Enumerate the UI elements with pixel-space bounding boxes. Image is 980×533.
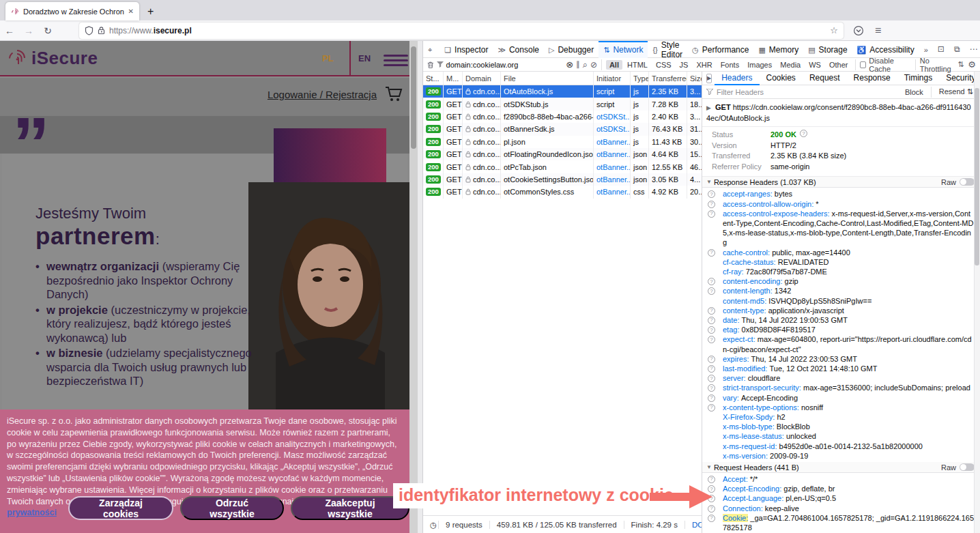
- table-row[interactable]: 200GETcdn.co...otCookieSettingsButton.js…: [423, 173, 702, 186]
- column-header-st[interactable]: St...: [423, 72, 444, 85]
- header-help-icon[interactable]: ?: [708, 404, 715, 412]
- request-url-line[interactable]: ▶ GET https://cdn.cookielaw.org/consent/…: [702, 99, 980, 127]
- header-help-icon[interactable]: ?: [708, 336, 715, 343]
- cookie-button-1[interactable]: Odrzuć wszystkie: [180, 496, 284, 520]
- filter-pill-xhr[interactable]: XHR: [693, 60, 715, 70]
- table-row[interactable]: 200GETcdn.co...otFloatingRoundedIcon.jso…: [423, 148, 702, 160]
- initiator-text[interactable]: otBanner...: [596, 138, 631, 146]
- table-row[interactable]: 200GETcdn.co...pl.jsonotBanner...js11.43…: [423, 136, 702, 148]
- header-help-icon[interactable]: ?: [708, 394, 715, 402]
- column-header-domain[interactable]: Domain: [463, 72, 501, 85]
- split-console-icon[interactable]: ⊡: [933, 44, 949, 54]
- disable-cache-control[interactable]: Disable Cache: [860, 57, 911, 73]
- clear-requests-trash-icon[interactable]: [427, 61, 434, 69]
- responsive-design-icon[interactable]: ⧉: [949, 44, 965, 54]
- header-help-icon[interactable]: ?: [708, 287, 715, 295]
- filter-pill-ws[interactable]: WS: [805, 60, 824, 70]
- filter-headers-placeholder[interactable]: Filter Headers: [717, 88, 899, 96]
- table-row[interactable]: 200GETcdn.co...otCommonStyles.cssotBanne…: [423, 186, 702, 198]
- cookie-button-2[interactable]: Zaakceptuj wszystkie: [291, 496, 409, 520]
- request-headers-section[interactable]: ▼ Request Headers (441 B) Raw: [702, 462, 980, 473]
- table-row[interactable]: 200GETcdn.co...otPcTab.jsonotBanner...js…: [423, 160, 702, 173]
- filter-pill-other[interactable]: Other: [826, 60, 852, 70]
- raw-toggle[interactable]: [960, 178, 975, 186]
- block-request-icon[interactable]: ⊘: [590, 60, 597, 70]
- filter-pill-html[interactable]: HTML: [624, 60, 651, 70]
- lock-icon[interactable]: [98, 26, 105, 35]
- site-menu-icon[interactable]: [384, 52, 408, 69]
- search-icon[interactable]: ⌕: [583, 59, 588, 70]
- details-scrollbar-thumb[interactable]: [975, 88, 979, 265]
- app-menu-icon[interactable]: ≡: [875, 25, 881, 37]
- pause-traffic-icon[interactable]: ∥: [576, 60, 580, 69]
- initiator-text[interactable]: otSDKSt...: [596, 113, 631, 121]
- disable-cache-checkbox[interactable]: [860, 61, 866, 68]
- details-scrollbar[interactable]: [974, 72, 980, 533]
- table-row[interactable]: 200GETcdn.co...otBannerSdk.jsotSDKSt...j…: [423, 123, 702, 135]
- details-tab-request[interactable]: Request: [803, 72, 847, 85]
- header-help-icon[interactable]: ?: [708, 375, 715, 382]
- request-filter-value[interactable]: domain:cookielaw.org: [446, 61, 564, 69]
- devtools-tab-accessibility[interactable]: ♿Accessibility: [852, 41, 919, 58]
- perf-clock-icon[interactable]: ◷: [423, 520, 438, 530]
- column-header-transferred[interactable]: Transferred: [649, 72, 687, 85]
- resend-button[interactable]: Resend ⇅: [936, 87, 976, 96]
- filter-pill-fonts[interactable]: Fonts: [717, 60, 743, 70]
- details-tab-cookies[interactable]: Cookies: [760, 72, 803, 85]
- response-headers-section[interactable]: ▼ Response Headers (1.037 KB) Raw: [702, 177, 980, 188]
- site-logo[interactable]: iSecure: [7, 47, 98, 69]
- column-header-type[interactable]: Type: [631, 72, 649, 85]
- devtools-tab-debugger[interactable]: ▷Debugger: [544, 41, 599, 58]
- table-row[interactable]: 200GETcdn.co...f2890bc8-88eb-4bac-a266-d…: [423, 111, 702, 123]
- devtools-tab-network[interactable]: ⇅Network: [599, 41, 648, 58]
- url-bar[interactable]: https://www.isecure.pl ☆: [79, 23, 844, 39]
- lang-en-button[interactable]: EN: [358, 53, 371, 63]
- login-register-link[interactable]: Logowanie / Rejestracja: [268, 89, 377, 100]
- initiator-text[interactable]: otBanner...: [596, 163, 631, 171]
- filter-pill-images[interactable]: Images: [744, 60, 775, 70]
- header-help-icon[interactable]: ?: [708, 307, 715, 315]
- initiator-text[interactable]: otBanner...: [596, 188, 631, 196]
- header-help-icon[interactable]: ?: [708, 190, 715, 198]
- header-help-icon[interactable]: ?: [708, 365, 715, 373]
- expand-request-icon[interactable]: ▶: [706, 104, 711, 111]
- block-url-button[interactable]: Block: [902, 88, 926, 96]
- table-row[interactable]: 200GETcdn.co...OtAutoBlock.jsscriptjs2.3…: [423, 85, 702, 98]
- header-help-icon[interactable]: ?: [708, 278, 715, 285]
- filter-pill-js[interactable]: JS: [676, 60, 692, 70]
- cart-icon[interactable]: [384, 85, 404, 104]
- header-help-icon[interactable]: ?: [708, 476, 715, 483]
- devtools-tab-memory[interactable]: ▦Memory: [753, 41, 803, 58]
- bookmark-star-icon[interactable]: ☆: [830, 25, 838, 35]
- details-tab-timings[interactable]: Timings: [897, 72, 940, 85]
- filter-pill-css[interactable]: CSS: [652, 60, 675, 70]
- devtools-tab-console[interactable]: ≫Console: [493, 41, 544, 58]
- cookie-button-0[interactable]: Zarządzaj cookies: [68, 496, 173, 520]
- initiator-text[interactable]: otBanner...: [596, 150, 631, 158]
- devtools-tab-inspector[interactable]: ❏Inspector: [439, 41, 493, 58]
- site-scrollbar[interactable]: [409, 41, 418, 533]
- site-scrollbar-thumb[interactable]: [411, 46, 416, 149]
- column-header-initiator[interactable]: Initiator: [594, 72, 631, 85]
- collapse-details-icon[interactable]: ▶: [706, 74, 712, 83]
- column-header-file[interactable]: File: [501, 72, 594, 85]
- header-help-icon[interactable]: ?: [708, 515, 715, 522]
- url-text[interactable]: https://www.isecure.pl: [109, 26, 826, 35]
- filter-pill-all[interactable]: All: [606, 60, 622, 70]
- lang-pl-button[interactable]: PL: [322, 53, 334, 63]
- header-help-icon[interactable]: ?: [708, 201, 715, 208]
- header-help-icon[interactable]: ?: [708, 326, 715, 334]
- new-tab-button[interactable]: +: [147, 5, 154, 20]
- header-help-icon[interactable]: ?: [708, 249, 715, 257]
- devtools-splitter[interactable]: [418, 41, 423, 533]
- pocket-icon[interactable]: [853, 25, 864, 36]
- network-settings-gear-icon[interactable]: ⚙: [968, 59, 976, 70]
- clear-filter-icon[interactable]: ⊗: [566, 59, 573, 70]
- browser-tab[interactable]: Doradztwo w Zakresie Ochrony Dany ✕: [5, 2, 139, 20]
- request-filter-input[interactable]: domain:cookielaw.org ⊗: [437, 59, 574, 70]
- details-tab-response[interactable]: Response: [847, 72, 897, 85]
- initiator-text[interactable]: otBanner...: [596, 175, 631, 184]
- header-help-icon[interactable]: ?: [708, 384, 715, 392]
- header-help-icon[interactable]: ?: [708, 317, 715, 324]
- initiator-text[interactable]: otSDKSt...: [596, 125, 631, 133]
